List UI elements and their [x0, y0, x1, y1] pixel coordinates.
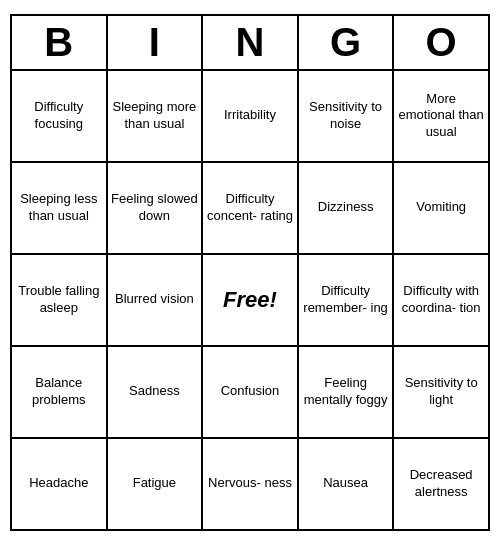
bingo-cell: Difficulty remember- ing [299, 255, 395, 345]
header-letter: N [203, 16, 299, 69]
bingo-cell: Nausea [299, 439, 395, 529]
bingo-cell: Fatigue [108, 439, 204, 529]
bingo-cell: Sleeping more than usual [108, 71, 204, 161]
bingo-row: Trouble falling asleepBlurred visionFree… [12, 255, 488, 347]
bingo-row: HeadacheFatigueNervous- nessNauseaDecrea… [12, 439, 488, 529]
bingo-cell: Free! [203, 255, 299, 345]
bingo-cell: Sadness [108, 347, 204, 437]
bingo-cell: Sensitivity to noise [299, 71, 395, 161]
header-letter: I [108, 16, 204, 69]
bingo-header: BINGO [12, 16, 488, 71]
bingo-cell: Difficulty concent- rating [203, 163, 299, 253]
bingo-cell: Headache [12, 439, 108, 529]
bingo-cell: Feeling slowed down [108, 163, 204, 253]
header-letter: G [299, 16, 395, 69]
header-letter: B [12, 16, 108, 69]
bingo-row: Balance problemsSadnessConfusionFeeling … [12, 347, 488, 439]
bingo-cell: Difficulty focusing [12, 71, 108, 161]
bingo-grid: Difficulty focusingSleeping more than us… [12, 71, 488, 529]
bingo-cell: Difficulty with coordina- tion [394, 255, 488, 345]
bingo-cell: Trouble falling asleep [12, 255, 108, 345]
bingo-cell: Dizziness [299, 163, 395, 253]
bingo-cell: Confusion [203, 347, 299, 437]
bingo-card: BINGO Difficulty focusingSleeping more t… [10, 14, 490, 531]
bingo-cell: Blurred vision [108, 255, 204, 345]
bingo-cell: Sleeping less than usual [12, 163, 108, 253]
bingo-cell: Irritability [203, 71, 299, 161]
bingo-cell: More emotional than usual [394, 71, 488, 161]
bingo-cell: Sensitivity to light [394, 347, 488, 437]
header-letter: O [394, 16, 488, 69]
bingo-row: Difficulty focusingSleeping more than us… [12, 71, 488, 163]
bingo-cell: Vomiting [394, 163, 488, 253]
bingo-cell: Balance problems [12, 347, 108, 437]
bingo-row: Sleeping less than usualFeeling slowed d… [12, 163, 488, 255]
bingo-cell: Nervous- ness [203, 439, 299, 529]
bingo-cell: Feeling mentally foggy [299, 347, 395, 437]
bingo-cell: Decreased alertness [394, 439, 488, 529]
